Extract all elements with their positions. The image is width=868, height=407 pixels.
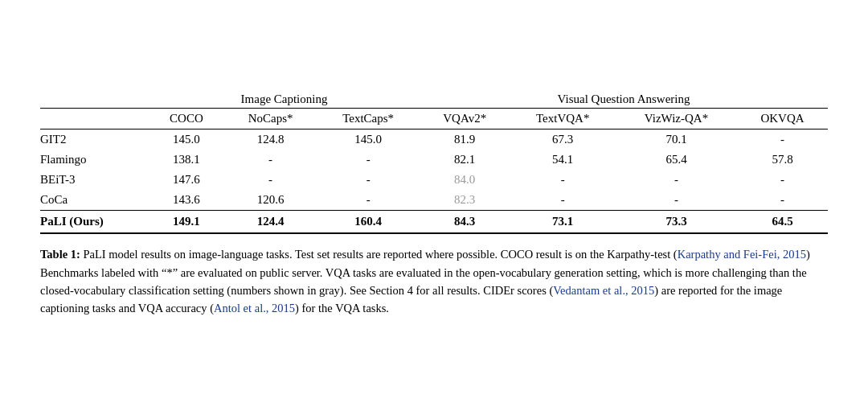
cell-value: - xyxy=(510,190,616,211)
row-label: PaLI (Ours) xyxy=(40,211,149,234)
cell-value: 82.3 xyxy=(420,190,510,211)
cell-value: 57.8 xyxy=(737,150,828,170)
table-row: PaLI (Ours)149.1124.4160.484.373.173.364… xyxy=(40,211,828,234)
results-table: Image Captioning Visual Question Answeri… xyxy=(40,89,828,234)
table-row: BEiT-3147.6--84.0--- xyxy=(40,170,828,190)
cell-value: - xyxy=(737,130,828,150)
row-label: GIT2 xyxy=(40,130,149,150)
cell-value: 145.0 xyxy=(149,130,224,150)
cell-value: 67.3 xyxy=(510,130,616,150)
cell-value: 124.4 xyxy=(224,211,317,234)
cell-value: - xyxy=(616,190,737,211)
cell-value: - xyxy=(737,170,828,190)
cell-value: - xyxy=(737,190,828,211)
col-header-textcaps: TextCaps* xyxy=(317,109,420,130)
empty-header xyxy=(40,89,149,109)
cell-value: 70.1 xyxy=(616,130,737,150)
cell-value: 138.1 xyxy=(149,150,224,170)
col-header-nocaps: NoCaps* xyxy=(224,109,317,130)
citation-link[interactable]: Karpathy and Fei-Fei, 2015 xyxy=(678,248,806,261)
cell-value: - xyxy=(317,190,420,211)
citation-link[interactable]: Vedantam et al., 2015 xyxy=(553,284,654,297)
col-header-vqav2: VQAv2* xyxy=(420,109,510,130)
cell-value: 82.1 xyxy=(420,150,510,170)
cell-value: - xyxy=(510,170,616,190)
caption-content: PaLI model results on image-language tas… xyxy=(40,248,810,314)
cell-value: 84.3 xyxy=(420,211,510,234)
cell-value: 81.9 xyxy=(420,130,510,150)
col-header-vizwiz: VizWiz-QA* xyxy=(616,109,737,130)
caption-text-segment: PaLI model results on image-language tas… xyxy=(83,248,677,261)
cell-value: 84.0 xyxy=(420,170,510,190)
cell-value: 54.1 xyxy=(510,150,616,170)
cell-value: - xyxy=(224,170,317,190)
group-header-row: Image Captioning Visual Question Answeri… xyxy=(40,89,828,109)
table-row: CoCa143.6120.6-82.3--- xyxy=(40,190,828,211)
main-container: Image Captioning Visual Question Answeri… xyxy=(40,89,828,318)
cell-value: - xyxy=(616,170,737,190)
cell-value: 64.5 xyxy=(737,211,828,234)
vqa-header: Visual Question Answering xyxy=(420,89,828,109)
row-label: CoCa xyxy=(40,190,149,211)
table-caption: Table 1: PaLI model results on image-lan… xyxy=(40,245,828,318)
cell-value: 147.6 xyxy=(149,170,224,190)
citation-link[interactable]: Antol et al., 2015 xyxy=(214,302,295,314)
col-header-okvqa: OKVQA xyxy=(737,109,828,130)
cell-value: 143.6 xyxy=(149,190,224,211)
cell-value: - xyxy=(317,150,420,170)
image-captioning-header: Image Captioning xyxy=(149,89,420,109)
cell-value: 160.4 xyxy=(317,211,420,234)
cell-value: 73.3 xyxy=(616,211,737,234)
caption-label: Table 1: xyxy=(40,248,80,261)
cell-value: 124.8 xyxy=(224,130,317,150)
col-header-name xyxy=(40,109,149,130)
col-header-coco: COCO xyxy=(149,109,224,130)
cell-value: 145.0 xyxy=(317,130,420,150)
row-label: BEiT-3 xyxy=(40,170,149,190)
table-row: GIT2145.0124.8145.081.967.370.1- xyxy=(40,130,828,150)
table-row: Flamingo138.1--82.154.165.457.8 xyxy=(40,150,828,170)
cell-value: 149.1 xyxy=(149,211,224,234)
cell-value: 65.4 xyxy=(616,150,737,170)
cell-value: 73.1 xyxy=(510,211,616,234)
caption-text-segment: ) for the VQA tasks. xyxy=(295,302,389,314)
row-label: Flamingo xyxy=(40,150,149,170)
cell-value: 120.6 xyxy=(224,190,317,211)
cell-value: - xyxy=(317,170,420,190)
column-header-row: COCO NoCaps* TextCaps* VQAv2* TextVQA* V… xyxy=(40,109,828,130)
cell-value: - xyxy=(224,150,317,170)
col-header-textvqa: TextVQA* xyxy=(510,109,616,130)
